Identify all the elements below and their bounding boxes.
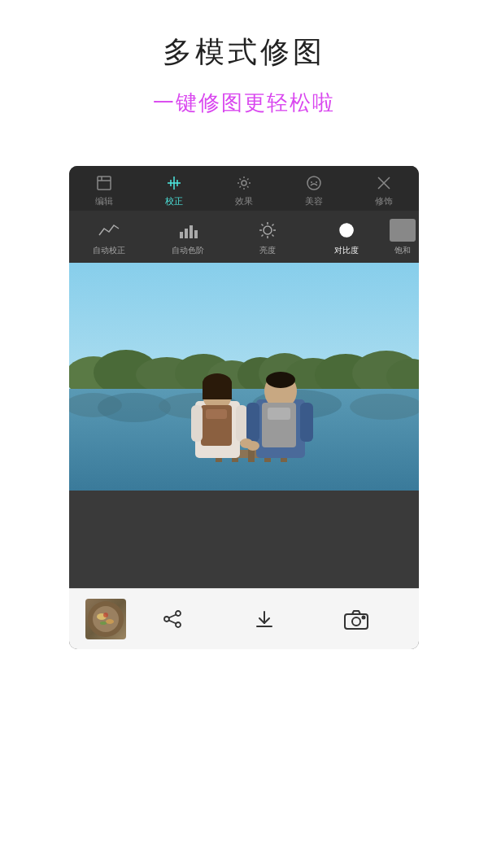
svg-rect-69 <box>268 408 290 420</box>
saturation-icon <box>390 219 416 242</box>
download-button[interactable] <box>246 601 282 637</box>
saturation-label: 饱和 <box>394 245 411 256</box>
svg-point-78 <box>103 613 108 617</box>
svg-point-75 <box>93 606 119 632</box>
tools-toolbar: 自动校正 自动色阶 <box>69 211 419 263</box>
toolbar-beauty-label: 美容 <box>305 195 323 207</box>
toolbar-correct[interactable]: 校正 <box>139 174 209 207</box>
svg-rect-70 <box>246 403 259 442</box>
svg-point-67 <box>266 372 295 388</box>
tool-saturation[interactable]: 饱和 <box>386 219 419 256</box>
camera-button[interactable] <box>338 601 374 637</box>
svg-rect-64 <box>236 405 247 442</box>
beauty-icon <box>303 174 325 192</box>
svg-line-13 <box>247 179 249 181</box>
toolbar-effects[interactable]: 效果 <box>209 174 279 207</box>
brightness-icon <box>255 219 281 242</box>
svg-line-83 <box>168 615 176 618</box>
svg-point-79 <box>100 622 107 625</box>
page-subtitle: 一键修图更轻松啦 <box>16 89 472 117</box>
toolbar-decorate[interactable]: 修饰 <box>349 174 419 207</box>
svg-rect-62 <box>206 409 227 419</box>
svg-line-12 <box>247 186 249 188</box>
auto-color-label: 自动色阶 <box>172 245 204 256</box>
toolbar-edit-label: 编辑 <box>95 195 113 207</box>
svg-point-89 <box>363 617 365 619</box>
svg-point-88 <box>352 617 360 626</box>
dark-lower-panel <box>69 491 419 588</box>
contrast-label: 对比度 <box>334 245 359 256</box>
auto-correct-label: 自动校正 <box>93 245 125 256</box>
svg-line-30 <box>272 225 273 226</box>
svg-rect-21 <box>190 225 193 238</box>
svg-line-29 <box>272 235 273 237</box>
top-toolbar: 编辑 校正 <box>69 166 419 211</box>
toolbar-beauty[interactable]: 美容 <box>279 174 349 207</box>
svg-line-28 <box>261 225 263 226</box>
auto-correct-icon <box>96 219 122 242</box>
edit-icon <box>93 174 115 192</box>
svg-line-84 <box>168 621 176 624</box>
svg-rect-63 <box>191 405 203 442</box>
toolbar-correct-label: 校正 <box>165 195 183 207</box>
svg-rect-0 <box>98 177 111 190</box>
bottom-bar <box>69 588 419 649</box>
page-title: 多模式修图 <box>16 33 472 72</box>
svg-point-18 <box>316 181 317 183</box>
auto-color-icon <box>175 219 201 242</box>
svg-rect-20 <box>185 229 188 238</box>
brightness-label: 亮度 <box>259 245 276 256</box>
svg-point-73 <box>246 441 259 451</box>
effects-icon <box>233 174 255 192</box>
photo-display <box>69 263 419 491</box>
svg-point-23 <box>264 226 272 234</box>
toolbar-effects-label: 效果 <box>235 195 253 207</box>
decorate-icon <box>373 174 395 192</box>
tool-contrast[interactable]: 对比度 <box>307 219 387 256</box>
header-section: 多模式修图 一键修图更轻松啦 <box>0 0 488 166</box>
toolbar-edit[interactable]: 编辑 <box>69 174 139 207</box>
svg-rect-19 <box>180 232 183 238</box>
tool-auto-color[interactable]: 自动色阶 <box>149 219 229 256</box>
svg-line-14 <box>240 186 242 188</box>
toolbar-decorate-label: 修饰 <box>375 195 393 207</box>
svg-point-16 <box>307 177 320 190</box>
phone-mockup: 编辑 校正 <box>69 166 419 649</box>
svg-rect-71 <box>300 403 313 442</box>
thumbnail-preview[interactable] <box>85 599 126 639</box>
svg-point-15 <box>242 181 246 185</box>
svg-point-17 <box>311 181 312 183</box>
svg-point-77 <box>106 619 114 624</box>
svg-line-11 <box>240 179 242 181</box>
svg-line-31 <box>261 235 263 237</box>
correct-icon <box>163 174 185 192</box>
contrast-icon <box>333 219 359 242</box>
tool-brightness[interactable]: 亮度 <box>228 219 307 256</box>
tool-auto-correct[interactable]: 自动校正 <box>69 219 149 256</box>
svg-rect-60 <box>203 383 232 399</box>
svg-rect-22 <box>194 230 198 238</box>
bottom-actions <box>126 601 403 637</box>
share-button[interactable] <box>155 601 190 637</box>
